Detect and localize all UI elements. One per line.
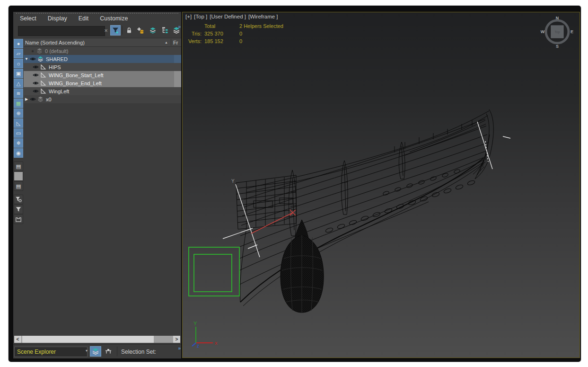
explorer-name-combo[interactable]: Scene Explorer xyxy=(14,347,88,357)
footer-separator xyxy=(117,347,117,356)
eye-icon[interactable] xyxy=(32,64,39,71)
lock-icon xyxy=(125,27,133,34)
tree-row-default-layer[interactable]: ● 0 (default) xyxy=(24,47,181,55)
helper-axis-label: Y xyxy=(231,179,235,184)
expand-arrow-icon[interactable]: ▶ xyxy=(24,97,29,101)
tree-row-hips[interactable]: HIPS xyxy=(24,63,181,71)
pick-container-button[interactable] xyxy=(14,215,23,224)
row-label: SHARED xyxy=(44,56,68,62)
display-space-warps-toggle[interactable]: ≋ xyxy=(14,89,23,98)
container-icon: ▭ xyxy=(16,130,21,136)
plus-coins-icon xyxy=(137,27,144,34)
collapse-arrow-icon[interactable]: ▼ xyxy=(24,57,29,61)
frozen-cell[interactable] xyxy=(174,71,181,79)
eye-icon[interactable] xyxy=(29,56,36,63)
display-shapes-toggle[interactable]: ▱ xyxy=(14,49,23,58)
menu-edit[interactable]: Edit xyxy=(79,15,89,24)
eye-icon[interactable] xyxy=(32,80,39,87)
layer-explorer-mode-button[interactable] xyxy=(90,346,101,357)
eye-icon[interactable] xyxy=(32,88,39,95)
desk-icon xyxy=(105,348,112,355)
frozen-cell[interactable] xyxy=(174,63,181,71)
space-warp-icon: ≋ xyxy=(16,90,20,96)
view-compass[interactable]: Top N E S W xyxy=(540,13,574,50)
axis-z-label: z xyxy=(197,343,199,349)
tree-row-wing-bone-start-left[interactable]: WING_Bone_Start_Left xyxy=(24,71,181,79)
compass-east[interactable]: E xyxy=(570,29,573,34)
tree-row-wingleft[interactable]: WingLeft xyxy=(24,87,181,95)
add-layer-button[interactable] xyxy=(135,25,146,36)
tree-column-header[interactable]: Name (Sorted Ascending) ▲ Fr xyxy=(24,38,181,47)
frozen-cell[interactable] xyxy=(174,55,181,63)
toolbar-separator xyxy=(122,26,123,35)
lock-layout-button[interactable] xyxy=(124,25,134,36)
filter-button[interactable] xyxy=(110,25,121,36)
compass-west[interactable]: W xyxy=(541,29,545,34)
open-container-icon xyxy=(15,216,22,223)
tree-row-shared[interactable]: ▼ SHARED xyxy=(24,55,181,63)
compass-south[interactable]: S xyxy=(556,44,559,49)
tree-row-x0[interactable]: ▶ x0 xyxy=(24,95,181,103)
add-to-layer-button[interactable] xyxy=(148,25,158,36)
frozen-cell[interactable] xyxy=(174,47,181,55)
axis-x-label: x xyxy=(215,340,218,346)
clear-search-icon[interactable]: × xyxy=(102,26,110,36)
world-axis-gizmo: x Y z xyxy=(192,321,218,349)
lock-cell-editing-toggle[interactable]: ▤ xyxy=(14,161,23,171)
display-frozen-toggle[interactable]: ❄ xyxy=(14,138,23,148)
menu-display[interactable]: Display xyxy=(48,15,67,24)
eye-icon[interactable] xyxy=(32,72,39,79)
workspace-mode-button[interactable] xyxy=(103,346,114,357)
display-xrefs-toggle[interactable]: ⊕ xyxy=(14,108,23,118)
menu-select[interactable]: Select xyxy=(20,15,36,24)
frozen-cell[interactable] xyxy=(174,79,181,87)
display-lights-toggle[interactable]: ☼ xyxy=(14,59,23,68)
advanced-filter-button[interactable] xyxy=(14,195,23,204)
compass-north[interactable]: N xyxy=(556,16,559,20)
display-bones-toggle[interactable]: ◺ xyxy=(14,118,23,128)
panel-grip[interactable] xyxy=(16,13,178,14)
toolbar-overflow-button[interactable]: » xyxy=(178,24,180,29)
nest-hierarchy-button[interactable] xyxy=(160,25,170,36)
combo-dropdown-icon[interactable]: ▾ xyxy=(86,349,88,353)
display-helpers-toggle[interactable]: △ xyxy=(14,79,23,88)
scene-tree: ● 0 (default) ▼ SHARED HIPS xyxy=(24,47,181,103)
viewport-canvas[interactable]: Y x Y z xyxy=(183,12,579,358)
frozen-column-header[interactable]: Fr xyxy=(171,40,178,45)
frozen-cell[interactable] xyxy=(174,95,181,103)
property-list-toggle[interactable]: ▤ xyxy=(14,181,23,191)
menu-customize[interactable]: Customize xyxy=(100,15,128,24)
display-hidden-toggle[interactable]: ◉ xyxy=(14,148,23,158)
hidden-eye-icon[interactable]: ● xyxy=(29,48,36,54)
bone-icon: ◺ xyxy=(17,120,20,126)
helper-triangle-icon xyxy=(40,88,47,95)
layers-add-icon xyxy=(149,27,157,34)
display-groups-toggle[interactable]: ▦ xyxy=(14,98,23,108)
list-icon: ▤ xyxy=(16,183,21,189)
horizontal-scrollbar[interactable]: < > xyxy=(14,336,180,343)
bone-helper-crosshairs[interactable] xyxy=(223,122,510,257)
blank-toggle[interactable] xyxy=(14,171,23,181)
name-column-header[interactable]: Name (Sorted Ascending) xyxy=(24,40,154,45)
explorer-menubar: Select Display Edit Customize xyxy=(20,15,128,24)
viewport[interactable]: [+] [Top ] [User Defined ] [Wireframe ] … xyxy=(182,12,580,358)
helper-triangle-icon xyxy=(40,64,47,71)
display-geometry-toggle[interactable]: ● xyxy=(14,39,23,48)
display-cameras-toggle[interactable]: ▣ xyxy=(14,69,23,78)
row-label: 0 (default) xyxy=(44,48,69,54)
frozen-cell[interactable] xyxy=(174,87,181,95)
eye-icon[interactable] xyxy=(29,96,36,103)
search-input[interactable] xyxy=(18,26,105,36)
scroll-left-button[interactable]: < xyxy=(14,336,21,343)
display-containers-toggle[interactable]: ▭ xyxy=(14,128,23,138)
tree-row-wing-bone-end-left[interactable]: WING_Bone_End_Left xyxy=(24,79,181,87)
light-icon: ☼ xyxy=(16,61,21,66)
row-label: WingLeft xyxy=(47,89,69,94)
selection-set-label: Selection Set: xyxy=(121,349,156,355)
scrollbar-thumb[interactable] xyxy=(22,336,154,343)
footer-overflow-button[interactable]: » xyxy=(178,346,180,351)
filter-selection-button[interactable] xyxy=(14,205,23,214)
row-label: x0 xyxy=(44,97,52,102)
scroll-right-button[interactable]: > xyxy=(173,336,180,343)
list-icon: ▤ xyxy=(16,163,21,169)
